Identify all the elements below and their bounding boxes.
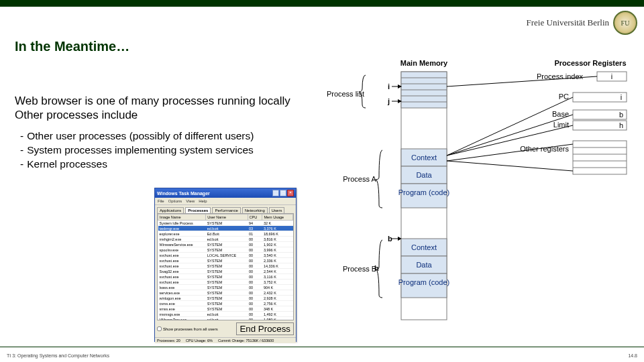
body-text: Web browser is one of many processes run… [15,94,303,172]
brand-name: Freie Universität Berlin [527,17,609,28]
table-row[interactable]: Ssag32.exeSYSTEM002,544 K [158,269,293,274]
svg-text:Process list: Process list [327,90,364,98]
sub-bullet: -System processes implementing system se… [20,143,303,156]
menu-file[interactable]: File [158,199,164,203]
memory-column: i j Process list Context Data Program (c… [327,72,449,320]
svg-text:Data: Data [416,171,432,179]
table-row[interactable]: services.exeSYSTEM002,432 K [158,290,293,296]
table-row[interactable]: svchost.exeSYSTEM002,336 K [158,258,293,263]
brand-block: Freie Universität Berlin FU [527,11,637,35]
memory-diagram: Main Memory i j Process list Context Dat… [315,55,637,330]
table-row[interactable]: taskmgr.exeed.bott033,376 K [158,226,293,231]
paragraph-2: Other processes include [15,108,303,122]
svg-text:PC: PC [559,93,569,101]
svg-text:b: b [619,111,623,119]
table-row[interactable]: svchost.exeSYSTEM003,116 K [158,274,293,280]
task-manager-window: Windows Task Manager _ □ × File Options … [154,188,297,342]
svg-line-47 [447,76,597,86]
slide-title: In the Meantime… [15,39,129,54]
table-row[interactable]: explorer.exeEd.Bott0118,696 K [158,231,293,237]
menu-view[interactable]: View [186,199,195,203]
university-seal-icon: FU [613,11,637,35]
task-manager-title: Windows Task Manager [157,191,210,196]
svg-line-52 [447,161,573,171]
process-list-panel: Image Name User Name CPU Mem Usage Syste… [157,213,294,320]
status-processes: Processes: 20 [157,339,180,343]
table-row[interactable]: svchost.exeSYSTEM0014,336 K [158,263,293,269]
registers-title: Processor Registers [555,59,627,67]
sub-bullet-list: -Other user processes (possibly of diffe… [15,129,303,171]
menu-help[interactable]: Help [199,199,207,203]
table-row[interactable]: lsass.exeSYSTEM00904 K [158,285,293,290]
registers-block: Process index i PC i Base b Limit h Othe… [520,72,627,174]
svg-text:i: i [388,82,390,90]
task-manager-titlebar[interactable]: Windows Task Manager _ □ × [155,188,296,198]
svg-text:Context: Context [411,243,437,251]
col-user[interactable]: User Name [206,215,248,221]
process-table[interactable]: Image Name User Name CPU Mem Usage Syste… [158,214,293,320]
task-manager-status-bar: Processes: 20 CPU Usage: 6% Commit Charg… [155,337,296,343]
sub-bullet: -Kernel processes [20,158,303,170]
table-row[interactable]: msmsgs.exeed.bott001,492 K [158,312,293,317]
svg-text:Program (code): Program (code) [398,188,449,196]
svg-text:i: i [611,72,612,80]
task-manager-tabs: Applications Processes Performance Netwo… [155,205,296,213]
table-row[interactable]: csrss.exeSYSTEM002,756 K [158,301,293,306]
footer-left: TI 3: Operating Systems and Computer Net… [7,353,109,358]
maximize-icon[interactable]: □ [280,190,286,196]
status-commit: Commit Charge: 75136K / 633600 [218,339,274,343]
status-cpu: CPU Usage: 6% [186,339,213,343]
table-row[interactable]: svchost.exeLOCAL SERVICE003,540 K [158,253,293,258]
tab-networking[interactable]: Networking [242,207,268,213]
svg-text:i: i [621,93,622,101]
footer-divider [0,347,644,347]
table-row[interactable]: svchost.exeSYSTEM003,752 K [158,280,293,285]
svg-rect-33 [573,93,627,102]
svg-text:j: j [387,97,390,105]
svg-text:Process index: Process index [537,72,584,80]
svg-text:Process B: Process B [343,265,376,273]
footer-right: 14.8 [628,353,637,358]
svg-text:h: h [374,264,379,272]
col-image[interactable]: Image Name [158,215,206,221]
table-row[interactable]: System Idle ProcessSYSTEM9432 K [158,221,293,226]
tab-applications[interactable]: Applications [157,207,184,213]
table-row[interactable]: smss.exeSYSTEM00348 K [158,306,293,312]
show-all-users-checkbox[interactable]: Show processes from all users [157,326,218,331]
table-row[interactable]: winlogon.exeSYSTEM002,928 K [158,296,293,301]
svg-text:Other registers: Other registers [520,145,569,153]
sub-bullet: -Other user processes (possibly of diffe… [20,129,303,142]
col-cpu[interactable]: CPU [248,215,262,221]
tab-performance[interactable]: Performance [212,207,240,213]
close-icon[interactable]: × [287,190,294,196]
svg-text:Process A: Process A [343,175,376,183]
end-process-button[interactable]: End Process [236,322,294,335]
task-manager-menu: File Options View Help [155,198,296,205]
minimize-icon[interactable]: _ [272,190,279,196]
menu-options[interactable]: Options [168,199,182,203]
svg-text:Limit: Limit [553,121,569,129]
table-row[interactable]: mshgim2.exeed.bott003,816 K [158,237,293,242]
top-accent-bar [0,0,644,7]
table-row[interactable]: spoolsv.exeSYSTEM003,996 K [158,247,293,253]
svg-text:Data: Data [416,261,432,269]
table-row[interactable]: WinwareService.exeSYSTEM001,902 K [158,242,293,247]
col-mem[interactable]: Mem Usage [262,215,293,221]
svg-text:h: h [619,121,623,129]
memory-title: Main Memory [400,59,448,67]
svg-rect-42 [573,141,627,174]
svg-text:Context: Context [411,154,437,162]
paragraph-1: Web browser is one of many processes run… [15,94,303,108]
svg-text:Program (code): Program (code) [398,278,449,286]
tab-users[interactable]: Users [269,207,285,213]
tab-processes[interactable]: Processes [185,207,211,213]
svg-text:b: b [388,235,392,243]
